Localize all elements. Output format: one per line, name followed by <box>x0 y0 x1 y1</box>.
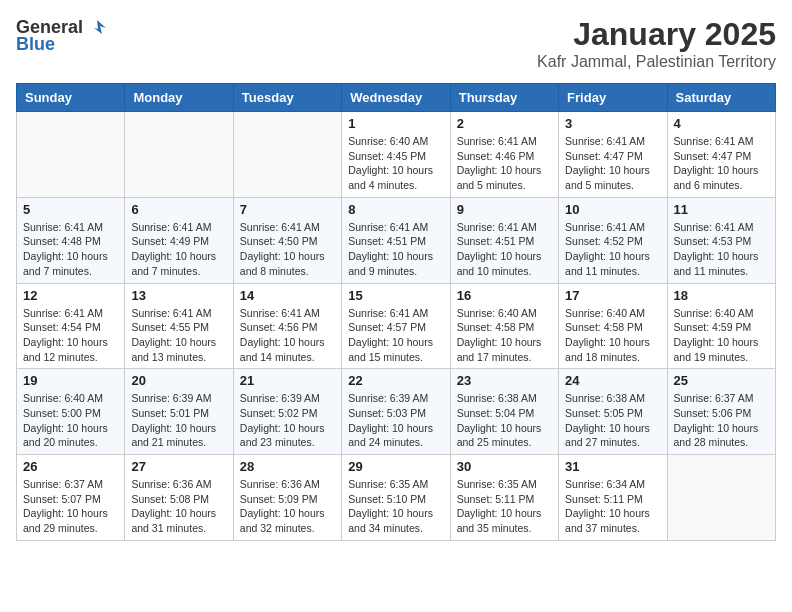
calendar-cell: 1Sunrise: 6:40 AM Sunset: 4:45 PM Daylig… <box>342 112 450 198</box>
month-title: January 2025 <box>537 16 776 53</box>
day-number: 2 <box>457 116 552 131</box>
day-info: Sunrise: 6:41 AM Sunset: 4:51 PM Dayligh… <box>457 220 552 279</box>
calendar-cell: 4Sunrise: 6:41 AM Sunset: 4:47 PM Daylig… <box>667 112 775 198</box>
calendar-cell: 10Sunrise: 6:41 AM Sunset: 4:52 PM Dayli… <box>559 197 667 283</box>
day-info: Sunrise: 6:37 AM Sunset: 5:06 PM Dayligh… <box>674 391 769 450</box>
day-info: Sunrise: 6:40 AM Sunset: 4:58 PM Dayligh… <box>457 306 552 365</box>
day-number: 17 <box>565 288 660 303</box>
day-info: Sunrise: 6:41 AM Sunset: 4:50 PM Dayligh… <box>240 220 335 279</box>
calendar-cell: 3Sunrise: 6:41 AM Sunset: 4:47 PM Daylig… <box>559 112 667 198</box>
day-number: 18 <box>674 288 769 303</box>
day-info: Sunrise: 6:34 AM Sunset: 5:11 PM Dayligh… <box>565 477 660 536</box>
day-number: 8 <box>348 202 443 217</box>
day-info: Sunrise: 6:41 AM Sunset: 4:51 PM Dayligh… <box>348 220 443 279</box>
calendar-cell: 30Sunrise: 6:35 AM Sunset: 5:11 PM Dayli… <box>450 455 558 541</box>
day-info: Sunrise: 6:41 AM Sunset: 4:49 PM Dayligh… <box>131 220 226 279</box>
calendar-cell: 6Sunrise: 6:41 AM Sunset: 4:49 PM Daylig… <box>125 197 233 283</box>
day-info: Sunrise: 6:41 AM Sunset: 4:52 PM Dayligh… <box>565 220 660 279</box>
calendar-week-row: 26Sunrise: 6:37 AM Sunset: 5:07 PM Dayli… <box>17 455 776 541</box>
calendar-cell: 25Sunrise: 6:37 AM Sunset: 5:06 PM Dayli… <box>667 369 775 455</box>
calendar-week-row: 19Sunrise: 6:40 AM Sunset: 5:00 PM Dayli… <box>17 369 776 455</box>
column-header-monday: Monday <box>125 84 233 112</box>
page-header: General Blue January 2025 Kafr Jammal, P… <box>16 16 776 71</box>
calendar-week-row: 5Sunrise: 6:41 AM Sunset: 4:48 PM Daylig… <box>17 197 776 283</box>
day-number: 13 <box>131 288 226 303</box>
calendar-cell: 12Sunrise: 6:41 AM Sunset: 4:54 PM Dayli… <box>17 283 125 369</box>
logo-blue: Blue <box>16 34 55 55</box>
calendar-cell: 17Sunrise: 6:40 AM Sunset: 4:58 PM Dayli… <box>559 283 667 369</box>
day-info: Sunrise: 6:38 AM Sunset: 5:05 PM Dayligh… <box>565 391 660 450</box>
day-info: Sunrise: 6:39 AM Sunset: 5:02 PM Dayligh… <box>240 391 335 450</box>
calendar-cell: 23Sunrise: 6:38 AM Sunset: 5:04 PM Dayli… <box>450 369 558 455</box>
day-number: 1 <box>348 116 443 131</box>
column-header-friday: Friday <box>559 84 667 112</box>
day-number: 6 <box>131 202 226 217</box>
calendar-cell: 21Sunrise: 6:39 AM Sunset: 5:02 PM Dayli… <box>233 369 341 455</box>
day-info: Sunrise: 6:41 AM Sunset: 4:47 PM Dayligh… <box>674 134 769 193</box>
day-number: 22 <box>348 373 443 388</box>
day-number: 24 <box>565 373 660 388</box>
calendar-cell: 16Sunrise: 6:40 AM Sunset: 4:58 PM Dayli… <box>450 283 558 369</box>
title-block: January 2025 Kafr Jammal, Palestinian Te… <box>537 16 776 71</box>
calendar-cell <box>667 455 775 541</box>
day-info: Sunrise: 6:36 AM Sunset: 5:08 PM Dayligh… <box>131 477 226 536</box>
calendar-week-row: 12Sunrise: 6:41 AM Sunset: 4:54 PM Dayli… <box>17 283 776 369</box>
day-number: 27 <box>131 459 226 474</box>
calendar-cell: 19Sunrise: 6:40 AM Sunset: 5:00 PM Dayli… <box>17 369 125 455</box>
day-number: 26 <box>23 459 118 474</box>
calendar-cell: 15Sunrise: 6:41 AM Sunset: 4:57 PM Dayli… <box>342 283 450 369</box>
day-info: Sunrise: 6:35 AM Sunset: 5:11 PM Dayligh… <box>457 477 552 536</box>
column-header-saturday: Saturday <box>667 84 775 112</box>
day-number: 20 <box>131 373 226 388</box>
calendar-cell: 27Sunrise: 6:36 AM Sunset: 5:08 PM Dayli… <box>125 455 233 541</box>
calendar-cell: 18Sunrise: 6:40 AM Sunset: 4:59 PM Dayli… <box>667 283 775 369</box>
day-info: Sunrise: 6:38 AM Sunset: 5:04 PM Dayligh… <box>457 391 552 450</box>
day-info: Sunrise: 6:40 AM Sunset: 4:45 PM Dayligh… <box>348 134 443 193</box>
calendar-header-row: SundayMondayTuesdayWednesdayThursdayFrid… <box>17 84 776 112</box>
calendar-cell: 31Sunrise: 6:34 AM Sunset: 5:11 PM Dayli… <box>559 455 667 541</box>
day-number: 10 <box>565 202 660 217</box>
calendar-week-row: 1Sunrise: 6:40 AM Sunset: 4:45 PM Daylig… <box>17 112 776 198</box>
day-info: Sunrise: 6:40 AM Sunset: 4:59 PM Dayligh… <box>674 306 769 365</box>
day-number: 14 <box>240 288 335 303</box>
svg-marker-0 <box>94 20 106 34</box>
column-header-tuesday: Tuesday <box>233 84 341 112</box>
calendar-cell: 22Sunrise: 6:39 AM Sunset: 5:03 PM Dayli… <box>342 369 450 455</box>
day-info: Sunrise: 6:41 AM Sunset: 4:53 PM Dayligh… <box>674 220 769 279</box>
calendar-cell: 24Sunrise: 6:38 AM Sunset: 5:05 PM Dayli… <box>559 369 667 455</box>
day-number: 7 <box>240 202 335 217</box>
day-number: 5 <box>23 202 118 217</box>
day-number: 16 <box>457 288 552 303</box>
calendar-cell: 5Sunrise: 6:41 AM Sunset: 4:48 PM Daylig… <box>17 197 125 283</box>
day-number: 3 <box>565 116 660 131</box>
calendar-cell: 14Sunrise: 6:41 AM Sunset: 4:56 PM Dayli… <box>233 283 341 369</box>
day-info: Sunrise: 6:40 AM Sunset: 5:00 PM Dayligh… <box>23 391 118 450</box>
day-info: Sunrise: 6:36 AM Sunset: 5:09 PM Dayligh… <box>240 477 335 536</box>
day-info: Sunrise: 6:41 AM Sunset: 4:48 PM Dayligh… <box>23 220 118 279</box>
calendar-cell: 26Sunrise: 6:37 AM Sunset: 5:07 PM Dayli… <box>17 455 125 541</box>
day-number: 12 <box>23 288 118 303</box>
column-header-thursday: Thursday <box>450 84 558 112</box>
calendar-cell: 2Sunrise: 6:41 AM Sunset: 4:46 PM Daylig… <box>450 112 558 198</box>
day-number: 29 <box>348 459 443 474</box>
day-number: 15 <box>348 288 443 303</box>
day-info: Sunrise: 6:40 AM Sunset: 4:58 PM Dayligh… <box>565 306 660 365</box>
column-header-wednesday: Wednesday <box>342 84 450 112</box>
day-number: 30 <box>457 459 552 474</box>
calendar-cell: 8Sunrise: 6:41 AM Sunset: 4:51 PM Daylig… <box>342 197 450 283</box>
day-number: 25 <box>674 373 769 388</box>
calendar-cell <box>17 112 125 198</box>
day-info: Sunrise: 6:41 AM Sunset: 4:56 PM Dayligh… <box>240 306 335 365</box>
day-info: Sunrise: 6:39 AM Sunset: 5:01 PM Dayligh… <box>131 391 226 450</box>
calendar-cell: 7Sunrise: 6:41 AM Sunset: 4:50 PM Daylig… <box>233 197 341 283</box>
calendar-cell: 29Sunrise: 6:35 AM Sunset: 5:10 PM Dayli… <box>342 455 450 541</box>
day-number: 21 <box>240 373 335 388</box>
day-number: 23 <box>457 373 552 388</box>
calendar-table: SundayMondayTuesdayWednesdayThursdayFrid… <box>16 83 776 541</box>
day-info: Sunrise: 6:35 AM Sunset: 5:10 PM Dayligh… <box>348 477 443 536</box>
logo: General Blue <box>16 16 109 55</box>
calendar-cell: 28Sunrise: 6:36 AM Sunset: 5:09 PM Dayli… <box>233 455 341 541</box>
calendar-cell: 9Sunrise: 6:41 AM Sunset: 4:51 PM Daylig… <box>450 197 558 283</box>
day-info: Sunrise: 6:41 AM Sunset: 4:55 PM Dayligh… <box>131 306 226 365</box>
calendar-cell: 11Sunrise: 6:41 AM Sunset: 4:53 PM Dayli… <box>667 197 775 283</box>
